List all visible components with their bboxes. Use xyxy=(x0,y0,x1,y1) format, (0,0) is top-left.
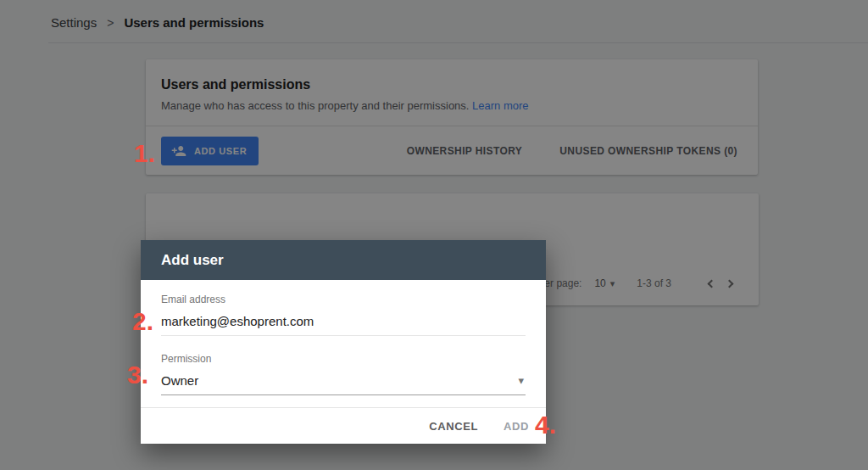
dialog-title: Add user xyxy=(161,252,224,269)
step-annotation-1: 1. xyxy=(134,141,155,166)
dialog-footer: CANCEL ADD xyxy=(141,407,546,444)
step-annotation-2: 2. xyxy=(132,309,153,334)
dropdown-caret-icon: ▾ xyxy=(518,375,524,386)
permission-label: Permission xyxy=(161,353,526,365)
permission-select[interactable]: Owner ▾ xyxy=(161,366,526,395)
cancel-button[interactable]: CANCEL xyxy=(429,420,478,433)
add-button[interactable]: ADD xyxy=(504,420,529,433)
email-label: Email address xyxy=(161,294,526,305)
step-annotation-3: 3. xyxy=(127,362,148,388)
email-field[interactable] xyxy=(161,310,526,336)
permission-value: Owner xyxy=(161,373,198,388)
dialog-header: Add user xyxy=(141,240,546,280)
add-user-dialog: Add user Email address Permission Owner … xyxy=(141,240,546,444)
step-annotation-4: 4. xyxy=(535,412,556,438)
